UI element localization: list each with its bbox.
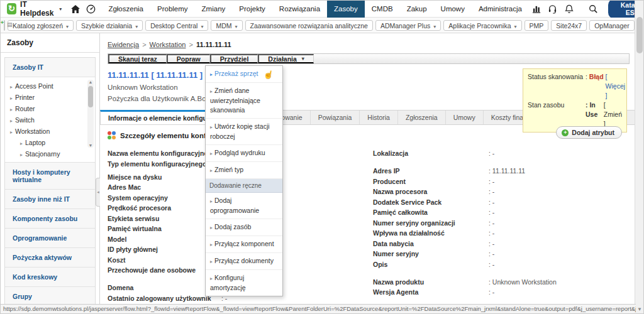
menu-item[interactable]: ▸Podgląd wydruku — [206, 145, 282, 162]
scroll-down-icon[interactable]: ▼ — [635, 306, 644, 312]
quick-launch-button[interactable]: Site24x7 — [551, 20, 587, 31]
menu-item[interactable]: ▸Przekaż sprzęt☝ — [206, 66, 282, 83]
submenu-arrow-icon: ▸ — [210, 124, 213, 130]
headset-icon[interactable] — [548, 4, 557, 14]
action-button[interactable]: Skanuj teraz — [108, 54, 167, 63]
menu-item[interactable]: ▸Konfiguruj amortyzację — [206, 270, 282, 296]
menu-item[interactable]: ▸Dodaj zasób — [206, 219, 282, 236]
sidebar-section-link[interactable]: Hosty i komputery wirtualne — [5, 163, 95, 190]
scan-status-more-link[interactable]: [ Więcej ] — [606, 72, 626, 100]
notifications-bell-icon[interactable] — [564, 4, 575, 14]
tree-item[interactable]: ▸Printer — [5, 92, 95, 103]
scroll-thumb[interactable] — [636, 17, 643, 53]
tab[interactable]: Historia — [360, 111, 398, 124]
tree-item[interactable]: ▸Workstation — [5, 126, 95, 137]
nav-item[interactable]: CMDB — [365, 1, 400, 18]
submenu-arrow-icon: ▸ — [210, 72, 213, 77]
menu-item[interactable]: ▸Dodawanie ręczne — [206, 179, 282, 193]
breadcrumb-link-workstation[interactable]: Workstation — [150, 41, 186, 48]
tree-item[interactable]: ▸Stacjonarny — [5, 148, 95, 160]
scroll-thumb[interactable] — [88, 86, 93, 107]
tree-scrollbar[interactable]: ▲ ▼ — [87, 80, 94, 148]
sidebar-sections: Hosty i komputery wirtualneZasoby inne n… — [5, 163, 95, 306]
field-label: Dodatek Service Pack — [373, 198, 489, 207]
menu-item[interactable]: ▸Przyłącz dokumenty — [206, 253, 282, 270]
quick-launch-button[interactable]: OpManager — [589, 20, 634, 31]
nav-item[interactable]: Zasoby — [327, 1, 365, 18]
scroll-down-icon[interactable]: ▼ — [87, 143, 94, 148]
menu-item[interactable]: ▸Przyłącz komponent — [206, 236, 282, 253]
quick-launch-button[interactable]: PMP — [525, 20, 549, 31]
quick-launch-button[interactable]: ADManager Plus — [375, 20, 441, 31]
action-button[interactable]: Popraw — [167, 54, 210, 63]
nav-item[interactable]: Zgłoszenia — [101, 1, 150, 18]
expand-arrow-icon[interactable]: ▸ — [10, 84, 13, 90]
tab[interactable]: Umowy — [446, 111, 484, 124]
menu-item[interactable]: ▸Utwórz kopię stacji roboczej — [206, 119, 282, 145]
expand-arrow-icon[interactable]: ▸ — [20, 141, 23, 146]
sidebar-collapse-handle[interactable]: ◂ — [96, 178, 100, 207]
expand-arrow-icon[interactable]: ▸ — [20, 152, 23, 158]
dzialania-menu-button[interactable]: Działania▾ — [258, 54, 314, 63]
browser-status-bar: https://sdp.demomwtsolutions.pl/jasperse… — [1, 304, 636, 313]
nav-item[interactable]: Rozwiązania — [272, 1, 327, 18]
new-note-icon[interactable] — [4, 20, 5, 31]
menu-item[interactable]: ▸Zmień dane uwierzytelniające skanowania — [206, 83, 282, 119]
topnav-right: Katalog ESM ? — [560, 0, 644, 19]
top-navigation: ↻ IT Helpdesk ▾ ZgłoszeniaProblemyZmiany… — [1, 1, 636, 18]
menu-item[interactable]: ▸Dodaj oprogramowanie — [206, 193, 282, 219]
asset-state-change-link[interactable]: [ Zmień ] — [604, 100, 622, 129]
quick-launch-button[interactable]: Zaawansowane rozwiązania analityczne — [245, 20, 373, 31]
page-scrollbar[interactable]: ▼ — [635, 1, 643, 314]
field-row: Opis : - — [373, 261, 625, 269]
search-icon[interactable] — [587, 4, 599, 13]
expand-arrow-icon[interactable]: ▸ — [10, 118, 13, 124]
field-label: Domena — [108, 284, 221, 292]
dzialania-dropdown-menu: ▸Przekaż sprzęt☝ ▸Zmień dane uwierzyteln… — [205, 65, 283, 296]
menu-item[interactable]: ▸Zmień typ — [206, 162, 282, 179]
field-value: : 11.11.11.11 — [489, 167, 525, 175]
quick-launch-button[interactable]: Desktop Central — [145, 20, 208, 31]
add-attribute-button[interactable]: + Dodaj atrybut — [556, 126, 622, 139]
nav-item[interactable]: Zmiany — [195, 1, 233, 18]
nav-item[interactable]: Umowy — [434, 1, 472, 18]
expand-arrow-icon[interactable]: ▸ — [10, 107, 13, 112]
expand-arrow-icon[interactable]: ▸ — [10, 129, 13, 135]
sidebar-section-link[interactable]: Pożyczka aktywów — [5, 248, 95, 268]
nav-item[interactable]: Zakup — [400, 1, 434, 18]
quick-launch-button[interactable]: Szybkie działania — [76, 20, 143, 31]
nav-item[interactable]: Projekty — [232, 1, 272, 18]
sidebar-section-link[interactable]: Oprogramowanie — [5, 229, 95, 248]
tree-item[interactable]: ▸Switch — [5, 114, 95, 126]
sidebar-section-link[interactable]: Komponenty zasobu — [5, 209, 95, 229]
submenu-arrow-icon: ▸ — [210, 198, 213, 204]
field-value: : - — [489, 198, 494, 207]
nav-item[interactable]: Problemy — [150, 1, 195, 18]
expand-arrow-icon[interactable]: ▸ — [10, 95, 13, 101]
quick-launch-button[interactable]: Aplikacje Pracownika — [443, 20, 521, 31]
nav-item[interactable]: Administracja — [472, 1, 529, 18]
sidebar-item-zasoby-it[interactable]: Zasoby IT — [5, 58, 95, 77]
tree-item[interactable]: ▸Access Point — [5, 80, 95, 92]
submenu-arrow-icon: ▸ — [210, 151, 213, 156]
field-label: Wpływa na działalność — [373, 229, 489, 237]
breadcrumb-link-ewidencja[interactable]: Ewidencja — [108, 41, 139, 48]
sidebar-title: Zasoby — [1, 33, 99, 53]
product-switcher[interactable]: ↻ IT Helpdesk ▾ — [1, 0, 68, 18]
sidebar-section-link[interactable]: Kod kreskowy — [5, 268, 95, 287]
tree-item[interactable]: ▸Laptop — [5, 137, 95, 148]
quick-launch-button[interactable]: MDM — [211, 20, 242, 31]
sidebar-section-link[interactable]: Grupy — [5, 287, 95, 306]
home-icon[interactable] — [71, 5, 80, 13]
tab[interactable]: Powiązania — [311, 111, 360, 124]
scroll-up-icon[interactable]: ▲ — [87, 80, 94, 84]
tab[interactable]: Zgłoszenia — [398, 111, 446, 124]
field-label: Wersja Agenta — [373, 288, 489, 296]
tree-item[interactable]: ▸Router — [5, 103, 95, 114]
reports-icon[interactable] — [532, 4, 541, 13]
action-button[interactable]: Przydziel — [210, 54, 258, 63]
quick-launch-button[interactable]: Katalog zgłoszeń — [8, 20, 74, 31]
dashboard-icon[interactable] — [86, 4, 96, 14]
field-value: : - — [489, 240, 494, 248]
sidebar-section-link[interactable]: Zasoby inne niż IT — [5, 190, 95, 209]
